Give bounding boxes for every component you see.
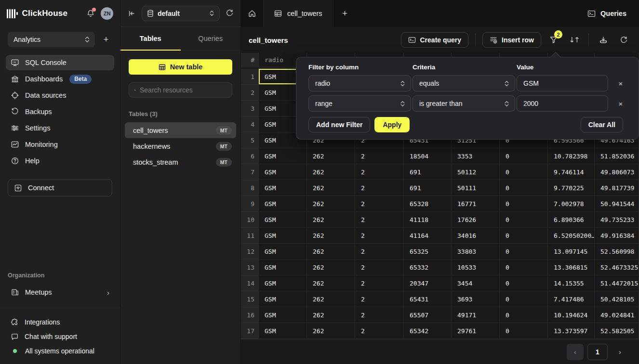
data-cell[interactable]: 65332 bbox=[404, 260, 452, 275]
data-cell[interactable]: 49.735233 bbox=[595, 212, 639, 228]
avatar[interactable]: ZN bbox=[101, 7, 113, 20]
new-tab-button[interactable]: + bbox=[333, 0, 357, 27]
add-workspace-button[interactable]: + bbox=[100, 33, 112, 46]
data-cell[interactable]: 49.024841 bbox=[595, 307, 639, 323]
sidebar-item-integrations[interactable]: Integrations bbox=[0, 315, 120, 329]
data-cell[interactable]: 2 bbox=[355, 164, 404, 180]
sidebar-item-dashboards[interactable]: Dashboards Beta bbox=[6, 71, 114, 87]
next-page-button[interactable]: › bbox=[612, 344, 628, 360]
data-cell[interactable]: 13.097145 bbox=[548, 244, 595, 260]
data-cell[interactable]: 2 bbox=[355, 180, 404, 196]
data-cell[interactable]: 51.852036 bbox=[595, 148, 639, 164]
tab-cell-towers[interactable]: cell_towers bbox=[264, 0, 333, 27]
collapse-panel-icon[interactable] bbox=[127, 9, 136, 18]
data-cell[interactable]: 18504 bbox=[404, 148, 452, 164]
data-cell[interactable]: 2 bbox=[355, 291, 404, 307]
data-cell[interactable]: 52.4673325 bbox=[595, 260, 639, 275]
data-cell[interactable]: GSM bbox=[259, 291, 307, 307]
data-cell[interactable]: GSM bbox=[259, 244, 307, 260]
data-cell[interactable]: 0 bbox=[500, 212, 548, 228]
data-cell[interactable]: 52.560998 bbox=[595, 244, 639, 260]
filter2-value-input[interactable] bbox=[517, 95, 608, 112]
data-cell[interactable]: 34016 bbox=[452, 228, 500, 244]
data-cell[interactable]: 262 bbox=[307, 196, 355, 212]
sidebar-item-data-sources[interactable]: Data sources bbox=[6, 88, 114, 103]
data-cell[interactable]: 13.373597 bbox=[548, 323, 595, 339]
data-cell[interactable]: 0 bbox=[500, 307, 548, 323]
data-cell[interactable]: 2 bbox=[355, 323, 404, 339]
data-cell[interactable]: GSM bbox=[259, 323, 307, 339]
data-cell[interactable]: 50112 bbox=[452, 164, 500, 180]
data-cell[interactable]: 50.941544 bbox=[595, 196, 639, 212]
data-cell[interactable]: 3353 bbox=[452, 148, 500, 164]
sort-button[interactable]: ↓↑ bbox=[566, 32, 582, 48]
data-cell[interactable]: 262 bbox=[307, 307, 355, 323]
data-cell[interactable]: 6.52050200… bbox=[548, 228, 595, 244]
data-cell[interactable]: 2 bbox=[355, 244, 404, 260]
data-cell[interactable]: 691 bbox=[404, 164, 452, 180]
sidebar-item-settings[interactable]: Settings bbox=[6, 120, 114, 136]
data-cell[interactable]: 0 bbox=[500, 260, 548, 275]
filter1-value-input[interactable] bbox=[517, 75, 608, 91]
data-cell[interactable]: 262 bbox=[307, 164, 355, 180]
data-cell[interactable]: 65342 bbox=[404, 323, 452, 339]
data-cell[interactable]: 10.782398 bbox=[548, 148, 595, 164]
sidebar-item-system-status[interactable]: All systems operational bbox=[0, 344, 120, 358]
data-cell[interactable]: 9.770225 bbox=[548, 180, 595, 196]
data-cell[interactable]: 65325 bbox=[404, 244, 452, 260]
sidebar-item-monitoring[interactable]: Monitoring bbox=[6, 137, 114, 152]
filter2-column-select[interactable]: range bbox=[308, 95, 411, 112]
data-cell[interactable]: 65328 bbox=[404, 196, 452, 212]
data-cell[interactable]: 49.817739 bbox=[595, 180, 639, 196]
data-cell[interactable]: 2 bbox=[355, 196, 404, 212]
table-list-item-hackernews[interactable]: hackernews MT bbox=[125, 138, 236, 154]
refresh-tables-icon[interactable] bbox=[226, 9, 234, 17]
data-cell[interactable]: 14.15355 bbox=[548, 275, 595, 291]
notifications-button[interactable] bbox=[85, 8, 96, 19]
filter2-criteria-select[interactable]: is greater than bbox=[413, 95, 515, 112]
data-cell[interactable]: 262 bbox=[307, 244, 355, 260]
data-cell[interactable]: 7.002978 bbox=[548, 196, 595, 212]
filter1-remove-button[interactable]: × bbox=[615, 78, 626, 89]
data-cell[interactable]: 41164 bbox=[404, 228, 452, 244]
data-cell[interactable]: 0 bbox=[500, 196, 548, 212]
data-cell[interactable]: GSM bbox=[259, 275, 307, 291]
data-cell[interactable]: 20347 bbox=[404, 275, 452, 291]
filter1-criteria-select[interactable]: equals bbox=[413, 75, 515, 91]
data-cell[interactable]: 9.746114 bbox=[548, 164, 595, 180]
table-list-item-stocks-stream[interactable]: stocks_stream MT bbox=[125, 154, 236, 170]
filter1-column-select[interactable]: radio bbox=[308, 75, 411, 91]
database-selector[interactable]: default bbox=[142, 6, 220, 21]
data-cell[interactable]: 50111 bbox=[452, 180, 500, 196]
data-cell[interactable]: 0 bbox=[500, 228, 548, 244]
filter-button[interactable]: 2 bbox=[546, 32, 561, 48]
sidebar-item-meetups[interactable]: Meetups › bbox=[6, 285, 114, 300]
data-cell[interactable]: 0 bbox=[500, 291, 548, 307]
data-cell[interactable]: 17626 bbox=[452, 212, 500, 228]
home-tab-button[interactable] bbox=[241, 0, 264, 27]
data-cell[interactable]: 0 bbox=[500, 164, 548, 180]
data-cell[interactable]: 13.306815 bbox=[548, 260, 595, 275]
insert-row-button[interactable]: Insert row bbox=[482, 32, 541, 48]
sidebar-item-chat-support[interactable]: Chat with support bbox=[0, 329, 120, 344]
create-query-button[interactable]: Create query bbox=[401, 32, 469, 48]
table-list-item-cell-towers[interactable]: cell_towers MT bbox=[125, 122, 236, 138]
data-cell[interactable]: 262 bbox=[307, 228, 355, 244]
data-cell[interactable]: 7.417486 bbox=[548, 291, 595, 307]
tab-tables[interactable]: Tables bbox=[120, 27, 181, 50]
data-cell[interactable]: 262 bbox=[307, 323, 355, 339]
data-cell[interactable]: GSM bbox=[259, 148, 307, 164]
tab-queries[interactable]: Queries bbox=[181, 27, 241, 50]
data-cell[interactable]: GSM bbox=[259, 196, 307, 212]
apply-filter-button[interactable]: Apply bbox=[374, 117, 410, 132]
clear-all-filters-button[interactable]: Clear All bbox=[581, 117, 623, 132]
data-cell[interactable]: 0 bbox=[500, 323, 548, 339]
data-cell[interactable]: 2 bbox=[355, 212, 404, 228]
data-cell[interactable]: 33803 bbox=[452, 244, 500, 260]
prev-page-button[interactable]: ‹ bbox=[567, 344, 584, 360]
data-cell[interactable]: 262 bbox=[307, 212, 355, 228]
download-button[interactable] bbox=[596, 32, 611, 48]
data-cell[interactable]: GSM bbox=[259, 228, 307, 244]
data-cell[interactable]: 6.890366 bbox=[548, 212, 595, 228]
data-cell[interactable]: 0 bbox=[500, 275, 548, 291]
